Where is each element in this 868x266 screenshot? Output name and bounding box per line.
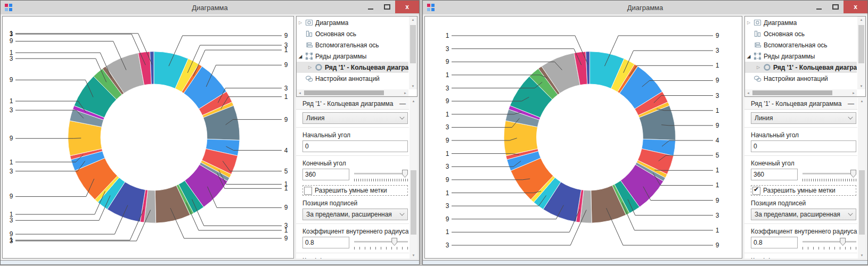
maximize-icon bbox=[832, 4, 839, 10]
tree-item-ring-series[interactable]: ▷Ряд '1' - Кольцевая диаграмма bbox=[745, 62, 857, 73]
scroll-thumb[interactable] bbox=[304, 90, 384, 95]
svg-text:9: 9 bbox=[10, 37, 13, 45]
label-position-label: Позиция подписей bbox=[302, 200, 409, 207]
inner-radius-slider[interactable] bbox=[354, 237, 408, 246]
end-angle-input[interactable] bbox=[302, 169, 349, 180]
ring-series-icon bbox=[762, 63, 772, 71]
scroll-up-icon[interactable]: ▲ bbox=[857, 16, 865, 23]
view-type-dropdown[interactable]: Линия bbox=[751, 112, 856, 124]
scroll-down-icon[interactable]: ▼ bbox=[410, 252, 417, 259]
svg-text:9: 9 bbox=[284, 204, 288, 211]
tree-item-ring-series[interactable]: ▷Ряд '1' - Кольцевая диаграмма bbox=[297, 62, 408, 73]
scroll-down-icon[interactable]: ▼ bbox=[858, 252, 866, 259]
minimize-button[interactable] bbox=[810, 1, 827, 13]
view-type-dropdown[interactable]: Линия bbox=[302, 112, 408, 124]
properties-vertical-scrollbar[interactable]: ▲▼ bbox=[410, 98, 417, 259]
donut-chart[interactable]: 13913913913913913931931945119319 bbox=[2, 16, 294, 259]
tree-item-annotations[interactable]: Настройки аннотаций bbox=[745, 73, 857, 84]
expander-icon[interactable]: ▷ bbox=[297, 20, 304, 25]
svg-text:9: 9 bbox=[446, 215, 449, 223]
primary-axis-icon bbox=[752, 30, 762, 38]
svg-text:1: 1 bbox=[716, 227, 719, 234]
svg-text:3: 3 bbox=[446, 123, 449, 131]
slider-thumb[interactable] bbox=[402, 170, 408, 178]
scroll-down-icon[interactable]: ▼ bbox=[857, 83, 865, 89]
svg-text:1: 1 bbox=[284, 185, 288, 192]
inner-radius-input[interactable] bbox=[302, 237, 349, 248]
tree-horizontal-scrollbar[interactable]: ◄► bbox=[297, 89, 408, 96]
svg-text:1: 1 bbox=[716, 181, 719, 189]
tree-item-primary-axis[interactable]: Основная ось bbox=[297, 28, 408, 39]
scroll-left-icon[interactable]: ◄ bbox=[745, 92, 751, 95]
tree-item-series-collection[interactable]: ◢Ряды диаграммы bbox=[297, 51, 408, 62]
scroll-thumb[interactable] bbox=[859, 170, 865, 235]
maximize-button[interactable] bbox=[827, 1, 844, 13]
label-position-dropdown[interactable]: За пределами, расширенная bbox=[302, 209, 408, 220]
svg-text:1: 1 bbox=[284, 227, 288, 234]
start-angle-input[interactable] bbox=[302, 140, 408, 152]
tree-vertical-scrollbar[interactable]: ▲▼ bbox=[857, 16, 865, 89]
smart-labels-checkbox-row[interactable]: ✔ Разрешить умные метки bbox=[751, 185, 856, 196]
scroll-up-icon[interactable]: ▲ bbox=[409, 16, 417, 23]
app-icon bbox=[5, 4, 13, 12]
scroll-down-icon[interactable]: ▼ bbox=[409, 83, 417, 89]
titlebar[interactable]: Диаграмма x bbox=[1, 1, 419, 14]
minimize-button[interactable] bbox=[362, 1, 379, 13]
smart-labels-checkbox[interactable]: ✔ bbox=[752, 187, 760, 195]
svg-text:4: 4 bbox=[284, 147, 288, 154]
tree-vertical-scrollbar[interactable]: ▲▼ bbox=[409, 16, 417, 89]
titlebar[interactable]: Диаграмма x bbox=[423, 1, 867, 14]
inner-radius-slider[interactable] bbox=[803, 237, 856, 246]
donut-chart[interactable]: 13913913913913913931931945119319 bbox=[424, 16, 742, 259]
scroll-right-icon[interactable]: ► bbox=[402, 92, 408, 95]
tree-item-chart[interactable]: ▷Диаграмма bbox=[297, 17, 408, 28]
tree-item-chart[interactable]: ▷Диаграмма bbox=[745, 17, 857, 28]
expander-icon[interactable]: ◢ bbox=[745, 54, 752, 59]
svg-text:1: 1 bbox=[10, 159, 13, 166]
tree-item-primary-axis[interactable]: Основная ось bbox=[745, 28, 857, 39]
scroll-up-icon[interactable]: ▲ bbox=[858, 98, 866, 104]
smart-labels-checkbox-row[interactable]: ✔ Разрешить умные метки bbox=[302, 185, 408, 196]
tree-item-annotations[interactable]: Настройки аннотаций bbox=[297, 73, 408, 84]
collapse-button[interactable]: — bbox=[399, 100, 406, 107]
end-angle-slider[interactable] bbox=[803, 169, 856, 178]
svg-text:9: 9 bbox=[716, 77, 719, 84]
tree-horizontal-scrollbar[interactable]: ◄► bbox=[745, 89, 857, 96]
window-title: Диаграмма bbox=[423, 4, 867, 12]
scroll-left-icon[interactable]: ◄ bbox=[297, 92, 303, 95]
expander-icon[interactable]: ▷ bbox=[306, 65, 314, 70]
svg-text:3: 3 bbox=[284, 85, 288, 92]
label-position-label: Позиция подписей bbox=[751, 200, 857, 207]
end-angle-slider[interactable] bbox=[354, 169, 408, 178]
svg-text:1: 1 bbox=[446, 71, 449, 79]
slider-thumb[interactable] bbox=[391, 238, 397, 246]
tree-item-secondary-axis[interactable]: Вспомогательная ось bbox=[745, 39, 857, 51]
end-angle-input[interactable] bbox=[751, 169, 798, 180]
label-position-dropdown[interactable]: За пределами, расширенная bbox=[751, 209, 856, 220]
scroll-thumb[interactable] bbox=[858, 25, 864, 63]
scroll-thumb[interactable] bbox=[410, 25, 416, 63]
maximize-button[interactable] bbox=[379, 1, 395, 13]
start-angle-input[interactable] bbox=[751, 140, 856, 152]
tree-item-secondary-axis[interactable]: Вспомогательная ось bbox=[297, 39, 408, 51]
scroll-thumb[interactable] bbox=[411, 170, 416, 235]
expander-icon[interactable]: ◢ bbox=[297, 54, 304, 59]
series-properties-panel: Ряд '1' - Кольцевая диаграмма— Линия Нач… bbox=[744, 98, 866, 259]
properties-vertical-scrollbar[interactable]: ▲▼ bbox=[858, 98, 866, 259]
expander-icon[interactable]: ▷ bbox=[745, 20, 752, 25]
scroll-right-icon[interactable]: ► bbox=[850, 92, 857, 95]
tree-item-series-collection[interactable]: ◢Ряды диаграммы bbox=[745, 51, 857, 62]
slider-thumb[interactable] bbox=[850, 170, 856, 178]
scroll-up-icon[interactable]: ▲ bbox=[410, 98, 417, 104]
ring-series-icon bbox=[314, 63, 323, 71]
slider-thumb[interactable] bbox=[840, 238, 846, 246]
close-button[interactable]: x bbox=[395, 1, 419, 13]
scroll-thumb[interactable] bbox=[752, 90, 832, 95]
svg-text:3: 3 bbox=[716, 92, 719, 99]
close-button[interactable]: x bbox=[844, 1, 867, 13]
collapse-button[interactable]: — bbox=[848, 100, 854, 107]
inner-radius-input[interactable] bbox=[751, 237, 798, 248]
expander-icon[interactable]: ▷ bbox=[755, 65, 762, 70]
svg-text:1: 1 bbox=[716, 62, 719, 69]
smart-labels-checkbox[interactable]: ✔ bbox=[304, 187, 312, 195]
